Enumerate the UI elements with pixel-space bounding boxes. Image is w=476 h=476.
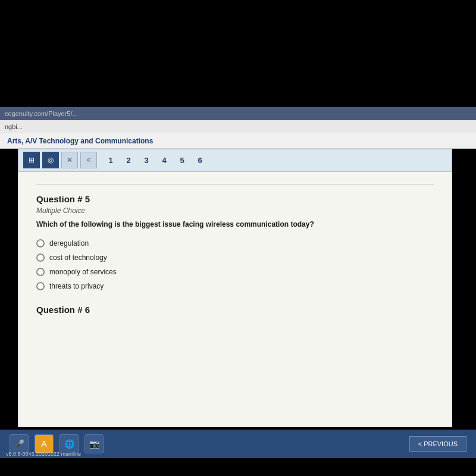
- option-label-deregulation: deregulation: [49, 239, 89, 248]
- option-threats[interactable]: threats to privacy: [36, 282, 434, 290]
- divider: [36, 184, 434, 184]
- option-monopoly[interactable]: monopoly of services: [36, 268, 434, 276]
- page-num-5[interactable]: 5: [177, 156, 187, 165]
- previous-button[interactable]: < PREVIOUS: [409, 436, 466, 452]
- options-list: deregulation cost of technology monopoly…: [36, 239, 434, 290]
- bookmark-button[interactable]: ⊞: [23, 152, 40, 168]
- page-num-4[interactable]: 4: [159, 156, 170, 165]
- radio-threats[interactable]: [36, 282, 45, 290]
- radio-cost[interactable]: [36, 253, 45, 262]
- main-content: Question # 5 Multiple Choice Which of th…: [18, 171, 452, 427]
- option-deregulation[interactable]: deregulation: [36, 239, 434, 248]
- camera-button[interactable]: 📷: [84, 434, 104, 453]
- target-button[interactable]: ◎: [42, 152, 59, 168]
- back-button[interactable]: <: [80, 152, 97, 168]
- tab-bar: ngbi...: [0, 120, 476, 133]
- text-icon: A: [41, 439, 46, 449]
- close-button[interactable]: ✕: [61, 152, 78, 168]
- black-bottom-area: [0, 458, 476, 476]
- browser-url: cogenuity.com/Player5/...: [5, 110, 78, 117]
- tab-text: ngbi...: [5, 123, 23, 130]
- option-label-monopoly: monopoly of services: [49, 268, 117, 276]
- radio-monopoly[interactable]: [36, 268, 45, 276]
- course-title: Arts, A/V Technology and Communications: [7, 137, 153, 145]
- black-top-area: [0, 0, 476, 107]
- page-num-6[interactable]: 6: [195, 156, 205, 165]
- browser-bar: cogenuity.com/Player5/...: [0, 107, 476, 120]
- page-numbers: 1 2 3 4 5 6: [105, 156, 205, 165]
- question6-number: Question # 6: [36, 305, 434, 315]
- page-num-2[interactable]: 2: [123, 156, 134, 165]
- question5-type: Multiple Choice: [36, 206, 434, 215]
- option-label-cost: cost of technology: [49, 253, 107, 262]
- page-num-3[interactable]: 3: [141, 156, 152, 165]
- question5-number: Question # 5: [36, 194, 434, 204]
- page-num-1[interactable]: 1: [105, 156, 116, 165]
- radio-deregulation[interactable]: [36, 239, 45, 248]
- version-text: v6.0.6-0043.20201022 mainline: [6, 451, 81, 457]
- question5-text: Which of the following is the biggest is…: [36, 220, 434, 230]
- option-label-threats: threats to privacy: [49, 282, 104, 290]
- course-header: Arts, A/V Technology and Communications: [0, 133, 476, 149]
- option-cost-of-technology[interactable]: cost of technology: [36, 253, 434, 262]
- toolbar: ⊞ ◎ ✕ < 1 2 3 4 5 6: [18, 149, 452, 171]
